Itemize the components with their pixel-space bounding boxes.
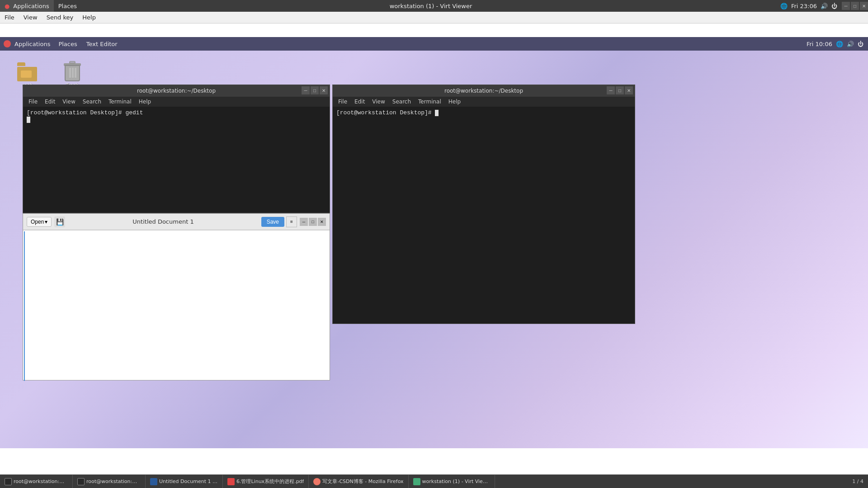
trash-icon — [61, 60, 83, 81]
terminal-1-cursor-line — [27, 116, 326, 123]
taskbar-firefox-label: 写文章-CSDN博客 - Mozilla Firefox — [322, 478, 403, 485]
taskbar-terminal2-icon — [77, 478, 85, 485]
terminal-2-menubar: File Edit View Search Terminal Help — [333, 97, 635, 107]
virt-viewer-menubar: File View Send key Help — [0, 12, 868, 23]
gedit-minimize-button[interactable]: ─ — [300, 218, 308, 226]
vv-sendkey-menu[interactable]: Send key — [42, 12, 78, 23]
terminal-2-maximize[interactable]: □ — [616, 86, 624, 94]
host-power-icon: ⏻ — [831, 3, 837, 9]
vv-file-menu[interactable]: File — [0, 12, 19, 23]
guest-places-menu[interactable]: Places — [54, 37, 81, 51]
terminal-2-help-menu[interactable]: Help — [445, 97, 464, 107]
guest-volume-icon: 🔊 — [847, 41, 854, 47]
taskbar-item-firefox[interactable]: 写文章-CSDN博客 - Mozilla Firefox — [309, 475, 408, 488]
taskbar: root@workstation:~/Desktop root@workstat… — [0, 474, 868, 488]
host-applications-menu[interactable]: ● Applications — [0, 0, 54, 12]
terminal-2-search-menu[interactable]: Search — [389, 97, 415, 107]
terminal-2-prompt: [root@workstation Desktop]# — [336, 109, 435, 116]
vv-view-menu[interactable]: View — [19, 12, 42, 23]
gedit-title: Untitled Document 1 — [65, 218, 261, 225]
gedit-maximize-button[interactable]: □ — [309, 218, 317, 226]
taskbar-terminal2-label: root@workstation:~/Desktop — [86, 479, 141, 484]
host-topbar: ● Applications Places workstation (1) - … — [0, 0, 868, 12]
terminal-2-titlebar[interactable]: root@workstation:~/Desktop ─ □ ✕ — [333, 85, 635, 97]
taskbar-item-terminal1[interactable]: root@workstation:~/Desktop — [0, 475, 73, 488]
gedit-titlebar: Open ▾ 💾 Untitled Document 1 Save ≡ ─ □ … — [23, 214, 330, 230]
terminal-1-titlebar[interactable]: root@workstation:~/Desktop ─ □ ✕ — [23, 85, 330, 97]
terminal-1-menubar: File Edit View Search Terminal Help — [23, 97, 330, 107]
terminal-2-controls: ─ □ ✕ — [607, 86, 633, 94]
terminal-2-content[interactable]: [root@workstation Desktop]# — [333, 107, 635, 324]
gedit-open-button[interactable]: Open ▾ — [27, 217, 52, 227]
guest-topbar-right: Fri 10:06 🌐 🔊 ⏻ — [807, 41, 868, 47]
guest-apps-icon — [4, 40, 11, 47]
host-apps-icon: ● — [5, 3, 9, 9]
taskbar-gedit-label: Untitled Document 1 - gedit — [159, 479, 218, 484]
host-places-menu[interactable]: Places — [54, 0, 81, 12]
desktop-icon-root[interactable]: root — [9, 60, 45, 88]
guest-desktop: Applications Places Text Editor Fri 10:0… — [0, 37, 868, 448]
terminal-2-minimize[interactable]: ─ — [607, 86, 615, 94]
taskbar-item-gedit[interactable]: Untitled Document 1 - gedit — [146, 475, 223, 488]
host-places-label: Places — [58, 3, 77, 9]
terminal-1-prompt-line: [root@workstation Desktop]# gedit — [27, 109, 326, 116]
terminal-window-1: root@workstation:~/Desktop ─ □ ✕ File Ed… — [23, 84, 330, 213]
gedit-save-button[interactable]: Save — [261, 217, 284, 227]
vv-help-menu[interactable]: Help — [78, 12, 100, 23]
guest-texteditor-menu[interactable]: Text Editor — [82, 37, 122, 51]
terminal-2-view-menu[interactable]: View — [368, 97, 388, 107]
taskbar-firefox-icon — [313, 478, 321, 485]
taskbar-pdf-label: 6.管理Linux系统中的进程.pdf — [236, 478, 304, 485]
gedit-window: Open ▾ 💾 Untitled Document 1 Save ≡ ─ □ … — [23, 213, 330, 380]
terminal-2-terminal-menu[interactable]: Terminal — [415, 97, 445, 107]
host-close-button[interactable]: ✕ — [860, 2, 868, 10]
terminal-2-file-menu[interactable]: File — [335, 97, 351, 107]
guest-power-icon: ⏻ — [858, 41, 863, 47]
terminal-1-terminal-menu[interactable]: Terminal — [105, 97, 135, 107]
terminal-1-title: root@workstation:~/Desktop — [137, 88, 216, 94]
gedit-save-to-icon[interactable]: 💾 — [54, 216, 65, 227]
gedit-floppy-icon: 💾 — [56, 218, 64, 225]
host-apps-label: Applications — [13, 3, 49, 9]
gedit-content[interactable] — [23, 230, 330, 380]
guest-datetime: Fri 10:06 — [807, 41, 832, 47]
host-topbar-right: 🌐 Fri 23:06 🔊 ⏻ — [780, 3, 842, 9]
desktop-icon-trash[interactable]: Trash — [54, 60, 90, 88]
terminal-1-search-menu[interactable]: Search — [79, 97, 105, 107]
guest-apps-label: Applications — [14, 41, 50, 47]
gedit-menu-button[interactable]: ≡ — [286, 216, 297, 227]
terminal-1-close[interactable]: ✕ — [320, 86, 328, 94]
host-maximize-button[interactable]: □ — [851, 2, 859, 10]
terminal-1-file-menu[interactable]: File — [25, 97, 41, 107]
taskbar-item-virt[interactable]: workstation (1) - Virt Viewer — [409, 475, 495, 488]
guest-topbar: Applications Places Text Editor Fri 10:0… — [0, 37, 868, 51]
taskbar-terminal1-label: root@workstation:~/Desktop — [14, 479, 68, 484]
taskbar-virt-label: workstation (1) - Virt Viewer — [422, 479, 490, 484]
terminal-1-controls: ─ □ ✕ — [302, 86, 328, 94]
terminal-1-prompt: [root@workstation Desktop]# gedit — [27, 109, 143, 116]
taskbar-gedit-icon — [150, 478, 157, 485]
terminal-1-maximize[interactable]: □ — [311, 86, 319, 94]
guest-applications-menu[interactable]: Applications — [0, 37, 54, 51]
terminal-2-title: root@workstation:~/Desktop — [444, 88, 523, 94]
host-window-title: workstation (1) - Virt Viewer — [81, 3, 780, 9]
terminal-1-edit-menu[interactable]: Edit — [41, 97, 59, 107]
taskbar-right: 1 / 4 — [852, 479, 868, 484]
terminal-2-edit-menu[interactable]: Edit — [351, 97, 368, 107]
gedit-close-button[interactable]: ✕ — [318, 218, 326, 226]
terminal-2-cursor — [435, 110, 439, 116]
folder-icon — [16, 60, 38, 81]
terminal-1-help-menu[interactable]: Help — [135, 97, 155, 107]
guest-network-icon: 🌐 — [836, 41, 843, 47]
taskbar-item-terminal2[interactable]: root@workstation:~/Desktop — [73, 475, 146, 488]
taskbar-pdf-icon — [227, 478, 235, 485]
host-volume-icon: 🔊 — [821, 3, 828, 9]
page-indicator: 1 / 4 — [852, 479, 863, 484]
host-minimize-button[interactable]: ─ — [842, 2, 850, 10]
taskbar-item-pdf[interactable]: 6.管理Linux系统中的进程.pdf — [223, 475, 309, 488]
terminal-1-view-menu[interactable]: View — [59, 97, 79, 107]
terminal-1-minimize[interactable]: ─ — [302, 86, 310, 94]
host-network-icon: 🌐 — [780, 3, 788, 9]
terminal-2-close[interactable]: ✕ — [625, 86, 633, 94]
terminal-1-content[interactable]: [root@workstation Desktop]# gedit — [23, 107, 330, 213]
